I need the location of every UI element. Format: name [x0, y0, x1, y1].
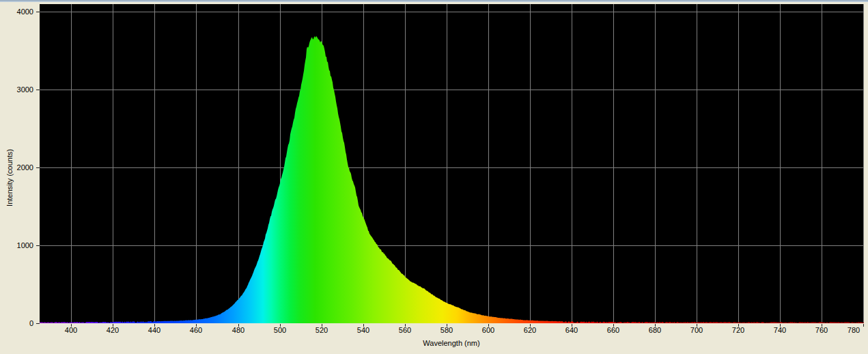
x-tick-label-420: 420: [107, 326, 119, 335]
y-tick-label-2000: 2000: [5, 163, 33, 172]
x-tick-label-780: 780: [848, 326, 860, 335]
y-tick-label-3000: 3000: [5, 85, 33, 94]
spectrum-chart: Intensity (counts) Wavelength (nm) 40042…: [0, 0, 868, 354]
x-tick-label-760: 760: [815, 326, 828, 335]
y-axis-title: Intensity (counts): [5, 149, 14, 206]
x-tick-label-500: 500: [274, 326, 286, 335]
x-tick-label-480: 480: [232, 326, 244, 335]
y-tick-label-4000: 4000: [5, 8, 33, 16]
x-tick-label-640: 640: [565, 326, 578, 335]
x-tick-label-580: 580: [440, 326, 453, 335]
y-tick-label-0: 0: [5, 319, 33, 328]
x-tick-label-560: 560: [399, 326, 411, 335]
x-tick-label-620: 620: [524, 326, 536, 335]
x-tick-label-600: 600: [482, 326, 494, 335]
x-tick-label-460: 460: [190, 326, 202, 335]
x-tick-label-700: 700: [690, 326, 703, 335]
y-tick-label-1000: 1000: [5, 241, 33, 250]
x-tick-label-740: 740: [774, 326, 786, 335]
x-tick-label-680: 680: [649, 326, 661, 335]
x-axis-title: Wavelength (nm): [423, 339, 479, 347]
x-tick-label-520: 520: [316, 326, 328, 335]
x-tick-label-720: 720: [732, 326, 744, 335]
x-tick-label-440: 440: [148, 326, 160, 335]
x-tick-label-540: 540: [357, 326, 369, 335]
plot-area[interactable]: [0, 0, 868, 354]
plot-background: [40, 4, 864, 323]
x-tick-label-660: 660: [607, 326, 619, 335]
x-tick-label-400: 400: [65, 326, 77, 335]
